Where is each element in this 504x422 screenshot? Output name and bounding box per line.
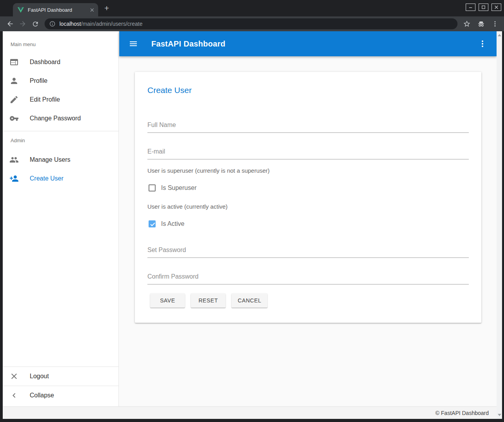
field-underline (147, 257, 469, 258)
url-path: /main/admin/users/create (81, 21, 142, 27)
sidebar-item-collapse[interactable]: Collapse (3, 386, 118, 405)
tab-title: FastAPI Dashboard (28, 7, 89, 13)
reset-button[interactable]: RESET (191, 293, 226, 308)
checkbox-label: Is Superuser (161, 184, 197, 191)
field-underline (147, 284, 469, 284)
appbar-kebab-menu-icon[interactable] (478, 39, 487, 48)
superuser-note: User is superuser (currently is not a su… (147, 167, 469, 174)
sidebar-item-label: Change Password (30, 115, 81, 122)
sidebar-item-logout[interactable]: Logout (3, 367, 118, 386)
sidebar-item-label: Collapse (30, 392, 54, 399)
scrollbar-down-arrow-icon[interactable] (497, 412, 502, 418)
confirm-password-label: Confirm Password (147, 273, 469, 280)
card-title: Create User (147, 86, 469, 94)
create-user-card: Create User Full Name E-mail User is sup… (135, 72, 481, 323)
is-superuser-checkbox[interactable]: Is Superuser (149, 184, 469, 191)
chevron-left-icon (9, 391, 19, 400)
footer-copyright: © FastAPI Dashboard (436, 410, 489, 416)
people-icon (9, 155, 19, 165)
hamburger-menu-icon[interactable] (129, 39, 138, 48)
sidebar-item-change-password[interactable]: Change Password (3, 109, 118, 128)
full-name-label: Full Name (147, 121, 469, 129)
browser-toolbar: localhost/main/admin/users/create (0, 16, 504, 31)
cancel-button[interactable]: CANCEL (231, 293, 267, 308)
email-label: E-mail (147, 148, 469, 155)
pencil-icon (9, 95, 19, 104)
vue-logo-icon (18, 7, 24, 13)
tab-close-icon[interactable] (89, 7, 95, 13)
page-footer: © FastAPI Dashboard (3, 406, 502, 419)
sidebar-item-label: Dashboard (30, 59, 60, 66)
reload-icon[interactable] (30, 18, 41, 29)
person-icon (9, 76, 19, 86)
email-field[interactable]: E-mail (147, 148, 469, 159)
bookmark-star-icon[interactable] (463, 20, 471, 28)
sidebar-item-label: Manage Users (30, 156, 70, 163)
main-area: FastAPI Dashboard Create User Full Name … (119, 31, 497, 406)
window-minimize-button[interactable] (466, 4, 475, 11)
sidebar-item-manage-users[interactable]: Manage Users (3, 150, 118, 169)
field-underline (147, 159, 469, 159)
browser-tab-strip: FastAPI Dashboard + (0, 0, 504, 16)
sidebar-bottom: Logout Collapse (3, 367, 118, 405)
sidebar-item-create-user[interactable]: Create User (3, 169, 118, 188)
form-buttons: SAVE RESET CANCEL (150, 293, 469, 308)
appbar-title: FastAPI Dashboard (151, 39, 226, 48)
person-add-icon (9, 174, 19, 183)
browser-tab[interactable]: FastAPI Dashboard (13, 3, 98, 16)
sidebar-item-label: Logout (30, 373, 49, 380)
scrollbar-up-arrow-icon[interactable] (497, 32, 502, 38)
full-name-field[interactable]: Full Name (147, 121, 469, 133)
browser-menu-kebab-icon[interactable] (491, 20, 499, 27)
sidebar-item-edit-profile[interactable]: Edit Profile (3, 90, 118, 109)
sidebar-item-dashboard[interactable]: Dashboard (3, 53, 118, 72)
sidebar-item-label: Profile (30, 77, 47, 84)
checkbox-unchecked[interactable] (149, 184, 156, 191)
set-password-label: Set Password (147, 246, 469, 254)
incognito-icon (477, 20, 485, 28)
save-button[interactable]: SAVE (150, 293, 185, 308)
checkbox-checked[interactable] (149, 220, 156, 227)
set-password-field[interactable]: Set Password (147, 246, 469, 258)
window-close-button[interactable] (491, 4, 501, 11)
sidebar: Main menu Dashboard Profile Edit Profile… (3, 31, 119, 406)
sidebar-item-label: Create User (30, 175, 63, 182)
forward-arrow-icon[interactable] (17, 18, 28, 29)
dashboard-icon (9, 57, 19, 67)
confirm-password-field[interactable]: Confirm Password (147, 273, 469, 284)
is-active-checkbox[interactable]: Is Active (149, 220, 469, 227)
checkbox-label: Is Active (161, 220, 185, 227)
close-icon (9, 372, 19, 381)
app-bar: FastAPI Dashboard (119, 31, 497, 56)
window-controls (466, 4, 501, 11)
back-arrow-icon[interactable] (5, 18, 16, 29)
active-note: User is active (currently active) (147, 203, 469, 210)
site-info-icon[interactable] (49, 21, 56, 27)
window-maximize-button[interactable] (479, 4, 488, 11)
url-host: localhost (59, 21, 81, 27)
new-tab-button[interactable]: + (102, 4, 112, 14)
page-viewport: Main menu Dashboard Profile Edit Profile… (3, 31, 502, 419)
address-bar[interactable]: localhost/main/admin/users/create (45, 18, 457, 29)
content-area: Create User Full Name E-mail User is sup… (119, 56, 497, 406)
key-icon (9, 114, 19, 123)
sidebar-item-label: Edit Profile (30, 96, 60, 103)
field-underline (147, 132, 469, 133)
sidebar-item-profile[interactable]: Profile (3, 72, 118, 90)
sidebar-section-label-main-menu: Main menu (3, 31, 118, 53)
page-scrollbar[interactable] (497, 31, 502, 419)
sidebar-section-label-admin: Admin (3, 131, 118, 150)
